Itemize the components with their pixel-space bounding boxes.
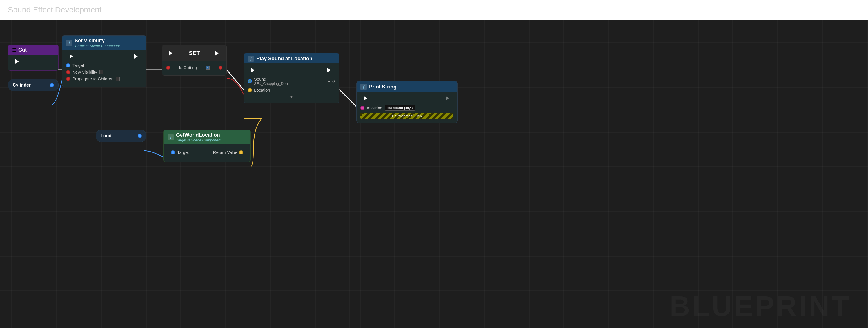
cylinder-node-body: Cylinder [8,79,58,91]
set-visibility-exec-in [69,54,74,59]
cylinder-label: Cylinder [13,83,31,88]
set-visibility-exec-out [134,54,139,59]
get-world-target-pin: Target [171,150,189,155]
new-visibility-label: New Visibility [72,69,97,74]
get-world-body: Target Return Value [164,144,250,162]
svg-marker-2 [134,54,138,59]
cylinder-node: Cylinder [8,79,59,91]
get-world-location-node: f GetWorldLocation Target is Scene Compo… [163,130,251,162]
svg-marker-4 [215,51,219,56]
play-sound-expand[interactable]: ▼ [248,94,335,99]
in-string-label: In String [367,106,382,110]
get-world-subtitle: Target is Scene Component [176,138,221,142]
svg-marker-6 [327,68,331,72]
set-visibility-target-pin: Target [66,63,142,68]
play-sound-exec-out [327,68,332,72]
set-node-header: SET [162,45,226,61]
sound-pin-dot [248,79,252,83]
title-text: Sound Effect Development [8,5,102,14]
propagate-label: Propagate to Children [72,77,114,81]
get-world-f-icon: f [167,134,174,140]
cut-exec-row [12,57,54,67]
set-visibility-title: Set Visibility [74,38,120,44]
print-string-f-icon: f [361,84,367,90]
is-cutting-pin-dot-right [219,66,222,69]
print-string-in-string-pin: In String cut sound plays [361,105,454,111]
set-visibility-subtitle: Target is Scene Component [74,44,120,48]
cut-node-title: Cut [18,47,27,53]
sound-pin-label: Sound [254,77,289,82]
cut-node-header: ☰ Cut [8,45,58,55]
cut-node: ☰ Cut [8,44,59,71]
location-pin-label: Location [254,88,270,92]
svg-marker-1 [69,54,73,59]
page-title: Sound Effect Development [0,0,868,20]
print-string-node: f Print String In String cut sound plays… [356,81,458,123]
in-string-pin-dot [361,106,365,110]
play-sound-f-icon: f [248,56,254,62]
set-exec-out [215,51,220,56]
propagate-pin-dot [66,77,70,81]
set-exec-in [169,51,174,56]
svg-marker-3 [169,51,173,56]
food-node-body: Food [96,130,146,142]
set-visibility-exec-row [66,52,142,61]
food-output-pin [138,134,142,138]
play-sound-node: f Play Sound at Location Sound SFX_Chopp… [244,53,339,103]
get-world-return-label: Return Value [213,150,238,155]
get-world-return-dot [239,150,243,154]
sound-arrows: ◄ ↺ [328,79,335,83]
cylinder-output-pin [50,83,54,87]
dev-only-bar: Development Only [361,113,454,119]
blueprint-canvas: ☰ Cut Cylinder f Set Visibility Target i… [0,20,868,328]
cut-exec-out [16,59,20,65]
play-sound-location-pin: Location [248,88,335,92]
is-cutting-label: Is Cutting [179,65,197,70]
print-string-title: Print String [369,84,397,90]
get-world-return-pin: Return Value [213,150,243,155]
in-string-value[interactable]: cut sound plays [385,105,415,111]
location-pin-dot [248,88,252,92]
get-world-header: f GetWorldLocation Target is Scene Compo… [164,130,250,144]
play-sound-body: Sound SFX_Chopping_De▼ ◄ ↺ Location ▼ [244,63,339,103]
set-visibility-node: f Set Visibility Target is Scene Compone… [62,35,147,87]
print-string-header: f Print String [356,82,457,92]
play-sound-sound-pin: Sound SFX_Chopping_De▼ ◄ ↺ [248,77,335,86]
play-sound-exec-row [248,66,335,75]
propagate-checkbox[interactable] [116,77,120,81]
set-header-inner: SET [166,47,222,59]
dev-only-label: Development Only [392,114,422,118]
new-visibility-checkbox[interactable] [99,70,103,74]
set-node-title: SET [189,50,200,56]
set-node-body: Is Cutting [162,61,226,75]
play-sound-exec-in [251,68,256,72]
blueprint-watermark: BLUEPRINT [670,290,851,322]
set-visibility-header: f Set Visibility Target is Scene Compone… [62,35,146,50]
play-sound-title: Play Sound at Location [256,56,312,62]
cut-node-body [8,55,58,70]
sound-value: SFX_Chopping_De▼ [254,82,289,86]
get-world-pins-row: Target Return Value [167,146,246,158]
new-visibility-pin-dot [66,70,70,74]
print-string-exec-row [361,94,454,103]
set-visibility-f-icon: f [66,40,72,46]
is-cutting-pin-dot-left [166,66,170,69]
set-is-cutting-pin: Is Cutting [166,65,222,70]
set-visibility-new-visibility-pin: New Visibility [66,69,142,74]
target-pin-dot [66,63,70,67]
svg-marker-0 [16,59,19,64]
print-string-exec-out [445,96,450,100]
svg-marker-8 [445,96,449,100]
set-visibility-propagate-pin: Propagate to Children [66,77,142,81]
svg-marker-7 [364,96,367,100]
svg-marker-5 [251,68,255,72]
is-cutting-checkbox[interactable] [206,66,210,69]
target-pin-label: Target [72,63,84,68]
food-label: Food [100,133,112,138]
food-node: Food [96,130,147,142]
play-sound-header: f Play Sound at Location [244,53,339,63]
print-string-exec-in [364,96,368,100]
cut-icon: ☰ [12,47,16,53]
get-world-target-label: Target [177,150,189,155]
print-string-body: In String cut sound plays Development On… [356,92,457,123]
